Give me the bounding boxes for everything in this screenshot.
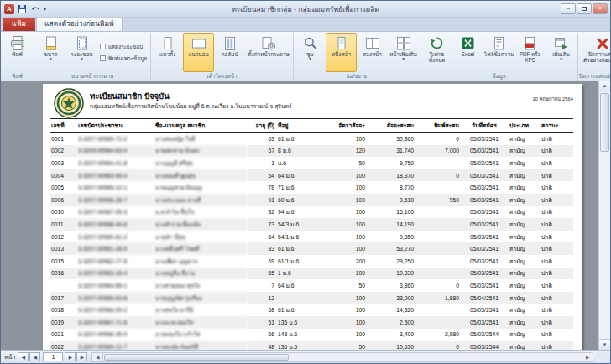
qat-customize-dropdown[interactable]: ▾ bbox=[44, 6, 46, 12]
cell: ปกติ bbox=[540, 157, 573, 169]
horizontal-scrollbar-thumb[interactable] bbox=[104, 354, 289, 361]
export-pdf-button[interactable]: PDF หรือ XPS bbox=[514, 33, 546, 72]
save-button[interactable] bbox=[17, 4, 28, 14]
checkbox-icon bbox=[100, 55, 106, 61]
close-print-preview-button[interactable]: ปิดการแสดงตัวอย่างก่อนพิมพ์ bbox=[579, 33, 610, 72]
minimize-button[interactable]: – bbox=[561, 3, 576, 14]
vertical-scrollbar-thumb[interactable] bbox=[600, 93, 609, 152]
cell: 135 ม.6 bbox=[276, 316, 323, 329]
page-setup-button[interactable]: ตั้งค่าหน้ากระดาษ bbox=[245, 33, 292, 72]
cell: นายคำ มีสุข bbox=[154, 231, 248, 243]
two-pages-button[interactable]: สองหน้า bbox=[357, 33, 388, 72]
cell: 0017 bbox=[50, 292, 76, 304]
undo-button[interactable] bbox=[30, 4, 41, 14]
close-window-button[interactable]: × bbox=[593, 3, 608, 14]
cell: 31,740 bbox=[367, 145, 415, 158]
group-print: พิมพ์ พิมพ์ bbox=[1, 33, 34, 81]
column-header: วันที่สมัคร bbox=[461, 119, 508, 133]
zoom-button[interactable]: ซูม ▾ bbox=[295, 33, 326, 72]
cell: 2,980 bbox=[415, 329, 461, 341]
cell: ปกติ bbox=[540, 341, 573, 350]
first-page-button[interactable]: ◀ bbox=[18, 352, 29, 361]
portrait-button[interactable]: แนวตั้ง bbox=[152, 33, 183, 72]
cell: สามัญ bbox=[508, 218, 540, 231]
cell: 3-3207-00964-41-8 bbox=[76, 157, 154, 169]
table-row: 00213-3207-00968-35-9นายทองใบ แก้วใส6614… bbox=[50, 329, 573, 341]
cell: ปกติ bbox=[540, 169, 573, 182]
cell: 0 bbox=[415, 169, 461, 182]
margins-button[interactable]: ระยะขอบ ▾ bbox=[66, 33, 97, 72]
maximize-button[interactable] bbox=[577, 3, 592, 14]
cell: 3-3207-00963-99-4 bbox=[76, 169, 154, 182]
print-data-only-checkbox[interactable]: พิมพ์เฉพาะข้อมูล bbox=[100, 55, 147, 63]
vertical-scrollbar[interactable]: ▲ ▼ bbox=[598, 81, 610, 350]
cell: นางสำรวย ยิ้มแย้ม bbox=[154, 218, 248, 231]
page-size-options: แสดงระยะขอบ พิมพ์เฉพาะข้อมูล bbox=[97, 33, 149, 72]
cell: 05/03/2541 bbox=[461, 268, 508, 280]
access-app-icon[interactable]: A bbox=[4, 4, 14, 14]
cell: สามัญ bbox=[508, 181, 540, 194]
paper-size-button[interactable]: ขนาด ▾ bbox=[35, 33, 66, 72]
cell: 100 bbox=[323, 169, 367, 182]
prev-page-button[interactable]: ◀ bbox=[29, 352, 40, 361]
cell: ปกติ bbox=[540, 133, 573, 145]
columns-button[interactable]: คอลัมน์ bbox=[214, 33, 245, 72]
cell: สามัญ bbox=[508, 133, 540, 145]
cell: 05/03/2544 bbox=[461, 329, 508, 341]
page-setup-icon bbox=[261, 35, 276, 51]
show-margins-checkbox[interactable]: แสดงระยะขอบ bbox=[100, 43, 147, 51]
cell: ปกติ bbox=[540, 194, 573, 206]
cell: 10,630 bbox=[367, 341, 415, 350]
next-page-button[interactable]: ▶ bbox=[65, 352, 76, 361]
cell: 54 bbox=[248, 169, 276, 182]
horizontal-scrollbar[interactable]: ◀ ▶ bbox=[91, 352, 593, 362]
one-page-button[interactable]: หนึ่งหน้า bbox=[326, 33, 357, 72]
scroll-right-icon[interactable]: ▶ bbox=[582, 353, 593, 361]
more-pages-button[interactable]: หน้าเพิ่มเติม ▾ bbox=[388, 33, 419, 72]
scroll-left-icon[interactable]: ◀ bbox=[92, 353, 103, 361]
cell bbox=[415, 206, 461, 219]
table-row: 00063-3207-00966-28-7นางประนอม ดวงดี9160… bbox=[50, 194, 573, 206]
scroll-down-icon[interactable]: ▼ bbox=[599, 339, 610, 350]
last-page-button[interactable]: ▶ bbox=[76, 352, 87, 361]
group-label-close-preview: ปิดการแสดงตัวอย่างก่อนพิมพ์ bbox=[579, 72, 610, 81]
cell: 05/03/2541 bbox=[461, 194, 508, 206]
cell: 61 ม.6 bbox=[276, 133, 323, 145]
group-page-size: ขนาด ▾ ระยะขอบ ▾ แสดงระยะขอบ bbox=[34, 33, 151, 81]
export-text-file-button[interactable]: ไฟล์ข้อความ bbox=[483, 33, 514, 72]
landscape-button[interactable]: แนวนอน bbox=[183, 33, 214, 72]
table-row: 00183-3207-00966-09-2นางสมใจ อารีย์6861 … bbox=[50, 304, 573, 316]
column-header: สัจจะสะสม bbox=[367, 119, 415, 133]
tab-file[interactable]: แฟ้ม bbox=[3, 16, 35, 31]
cell: 0005 bbox=[50, 181, 76, 194]
cell: 0015 bbox=[50, 255, 76, 268]
cell: 0019 bbox=[50, 316, 76, 329]
cell: นางหนูจีน ดีงาม bbox=[154, 268, 248, 280]
report-date: 10 พฤษภาคม 2564 bbox=[533, 95, 574, 103]
cell: 3-3207-00966-28-7 bbox=[76, 194, 154, 206]
report-page[interactable]: ทะเบียนสมาชิก ปัจจุบัน กลุ่มออมทรัพย์เพื… bbox=[43, 84, 582, 350]
scroll-up-icon[interactable]: ▲ bbox=[599, 81, 610, 91]
cell: 100 bbox=[323, 329, 367, 341]
table-row: 00173-3207-00965-63-8นายบุญเลิศ รุ่งเรือ… bbox=[50, 292, 573, 304]
column-header: ชื่อ-นามสกุล สมาชิก bbox=[154, 119, 248, 133]
table-row: 00223-3207-00969-12-7นางละมัย จันทร์ดี48… bbox=[50, 341, 573, 350]
cell: 54/1 ม.6 bbox=[276, 231, 323, 243]
cell: 8,770 bbox=[367, 181, 415, 194]
print-button[interactable]: พิมพ์ bbox=[2, 33, 33, 72]
pdf-icon bbox=[524, 35, 536, 51]
cell: 15,100 bbox=[367, 206, 415, 219]
table-row: 00023-3209-00964-53-0นายสมชาย มั่นคง678 … bbox=[50, 145, 573, 158]
cell: 136 ม.6 bbox=[276, 341, 323, 350]
export-excel-button[interactable]: Excel bbox=[452, 33, 483, 72]
export-more-button[interactable]: เพิ่มเติม ▾ bbox=[546, 33, 577, 72]
cell: 05/03/2541 bbox=[461, 255, 508, 268]
cell: 54/3 ม.6 bbox=[276, 218, 323, 231]
refresh-all-button[interactable]: รีเฟรชทั้งหมด bbox=[421, 33, 452, 72]
cell: สามัญ bbox=[508, 206, 540, 219]
current-page-input[interactable]: 1 bbox=[43, 352, 63, 361]
cell: สามัญ bbox=[508, 292, 540, 304]
portrait-icon bbox=[162, 35, 174, 51]
cell: นางสายทอง สุขใจ bbox=[154, 279, 248, 292]
cell: 3-3207-00967-71-6 bbox=[76, 316, 154, 329]
